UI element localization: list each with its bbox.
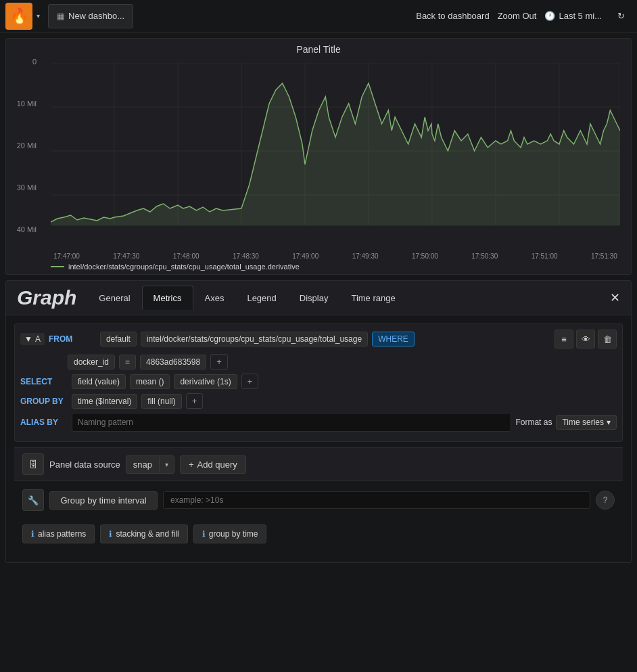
help-button[interactable]: ? bbox=[596, 491, 615, 510]
group-by-time-button[interactable]: ℹ group by time bbox=[193, 524, 267, 543]
y-label-40mil: 40 Mil bbox=[6, 225, 37, 233]
select-derivative-pill[interactable]: derivative (1s) bbox=[174, 374, 237, 389]
tab-general[interactable]: General bbox=[87, 286, 141, 310]
tab-metrics[interactable]: Metrics bbox=[142, 286, 193, 310]
alias-patterns-button[interactable]: ℹ alias patterns bbox=[22, 524, 95, 543]
group-interval-label: Group by time interval bbox=[49, 491, 158, 510]
groupby-add-button[interactable]: + bbox=[186, 393, 204, 409]
info-icon-groupby: ℹ bbox=[202, 529, 206, 539]
menu-icon: ≡ bbox=[561, 334, 567, 344]
x-label-0: 17:47:00 bbox=[53, 252, 80, 260]
select-mean-pill[interactable]: mean () bbox=[130, 374, 170, 389]
topnav: 🔥 ▾ ▦ New dashbo... Back to dashboard Zo… bbox=[0, 0, 637, 32]
query-row-a: ▼ A FROM default intel/docker/stats/cgro… bbox=[14, 323, 623, 442]
format-as-wrap: Format as Time series ▾ bbox=[515, 415, 617, 430]
chart-graphic bbox=[51, 63, 620, 239]
info-icon-stacking: ℹ bbox=[109, 529, 112, 539]
stacking-fill-label: stacking & and fill bbox=[116, 529, 179, 539]
x-label-7: 17:50:30 bbox=[471, 252, 498, 260]
bottom-toolbar: 🗄 Panel data source snap ▾ + Add query bbox=[14, 447, 623, 480]
groupby-line: GROUP BY time ($interval) fill (null) + bbox=[20, 393, 617, 409]
graph-editor-title: Graph bbox=[11, 281, 87, 315]
x-label-2: 17:48:00 bbox=[173, 252, 199, 260]
panel-area: Panel Title 40 Mil 30 Mil 20 Mil 10 Mil … bbox=[5, 38, 632, 275]
where-keyword-pill[interactable]: WHERE bbox=[372, 332, 415, 346]
dashboard-tab-icon: ▦ bbox=[57, 12, 64, 21]
time-range-label: Last 5 mi... bbox=[559, 11, 602, 21]
logo-dropdown-icon[interactable]: ▾ bbox=[37, 12, 40, 20]
y-label-30mil: 30 Mil bbox=[6, 183, 37, 192]
groupby-fill-pill[interactable]: fill (null) bbox=[141, 394, 181, 409]
help-icon: ? bbox=[603, 495, 608, 505]
where-val-pill[interactable]: 4863ad683598 bbox=[140, 355, 206, 369]
tab-axes[interactable]: Axes bbox=[193, 286, 236, 310]
zoom-out-button[interactable]: Zoom Out bbox=[498, 11, 537, 21]
from-keyword: FROM bbox=[49, 334, 96, 344]
eye-icon: 👁 bbox=[582, 334, 590, 344]
from-source-pill[interactable]: default bbox=[100, 332, 137, 346]
where-add-button[interactable]: + bbox=[210, 354, 228, 369]
alias-input-wrap[interactable] bbox=[72, 413, 511, 432]
alias-patterns-label: alias patterns bbox=[38, 529, 86, 539]
snap-select[interactable]: snap ▾ bbox=[126, 455, 174, 474]
groupby-keyword: GROUP BY bbox=[20, 397, 68, 406]
where-key-pill[interactable]: docker_id bbox=[68, 355, 115, 369]
group-interval-input[interactable] bbox=[163, 491, 590, 509]
from-metric-pill[interactable]: intel/docker/stats/cgroups/cpu_stats/cpu… bbox=[141, 332, 368, 346]
refresh-icon: ↻ bbox=[617, 11, 625, 21]
query-header: ▼ A FROM default intel/docker/stats/cgro… bbox=[20, 330, 617, 349]
tab-legend[interactable]: Legend bbox=[235, 286, 287, 310]
panel-title: Panel Title bbox=[6, 39, 631, 58]
stacking-fill-button[interactable]: ℹ stacking & and fill bbox=[100, 524, 187, 543]
select-field-pill[interactable]: field (value) bbox=[72, 374, 126, 389]
tab-display[interactable]: Display bbox=[288, 286, 340, 310]
format-as-chevron: ▾ bbox=[607, 418, 611, 427]
logo-button[interactable]: 🔥 bbox=[5, 3, 32, 30]
clock-icon: 🕐 bbox=[544, 11, 555, 21]
chart-legend: intel/docker/stats/cgroups/cpu_stats/cpu… bbox=[51, 260, 620, 273]
time-range-button[interactable]: 🕐 Last 5 mi... bbox=[544, 11, 602, 21]
data-source-label: Panel data source bbox=[49, 460, 120, 470]
query-visibility-button[interactable]: 👁 bbox=[576, 330, 595, 349]
query-menu-button[interactable]: ≡ bbox=[555, 330, 573, 349]
database-icon-button[interactable]: 🗄 bbox=[22, 453, 44, 475]
x-label-5: 17:49:30 bbox=[352, 252, 379, 260]
add-query-label: Add query bbox=[197, 460, 237, 470]
x-label-4: 17:49:00 bbox=[292, 252, 318, 260]
dashboard-tab-label: New dashbo... bbox=[68, 11, 124, 21]
x-label-6: 17:50:00 bbox=[412, 252, 438, 260]
select-add-button[interactable]: + bbox=[241, 374, 259, 389]
query-letter-badge[interactable]: ▼ A bbox=[20, 333, 45, 345]
info-buttons-row: ℹ alias patterns ℹ stacking & and fill ℹ… bbox=[14, 519, 623, 554]
snap-chevron-icon[interactable]: ▾ bbox=[159, 457, 174, 472]
y-label-0: 0 bbox=[6, 58, 37, 66]
refresh-button[interactable]: ↻ bbox=[610, 5, 632, 27]
info-icon-alias: ℹ bbox=[31, 529, 34, 539]
format-as-value: Time series bbox=[562, 418, 604, 427]
chart-svg-area bbox=[51, 63, 620, 252]
where-op-pill[interactable]: = bbox=[119, 355, 136, 369]
add-query-button[interactable]: + Add query bbox=[180, 455, 246, 474]
add-query-plus-icon: + bbox=[189, 460, 194, 470]
x-label-3: 17:48:30 bbox=[233, 252, 259, 260]
metrics-body: ▼ A FROM default intel/docker/stats/cgro… bbox=[6, 315, 631, 562]
x-label-1: 17:47:30 bbox=[113, 252, 139, 260]
format-as-label: Format as bbox=[515, 418, 552, 427]
wrench-icon: 🔧 bbox=[28, 495, 39, 506]
back-to-dashboard-link[interactable]: Back to dashboard bbox=[416, 11, 489, 21]
legend-color-line bbox=[51, 266, 64, 267]
group-by-time-label: group by time bbox=[209, 529, 258, 539]
format-as-select[interactable]: Time series ▾ bbox=[556, 415, 617, 430]
chevron-down-icon: ▼ bbox=[24, 334, 32, 344]
graph-editor: Graph General Metrics Axes Legend Displa… bbox=[5, 280, 632, 563]
topnav-right: Back to dashboard Zoom Out 🕐 Last 5 mi..… bbox=[416, 5, 632, 27]
x-axis: 17:47:00 17:47:30 17:48:00 17:48:30 17:4… bbox=[51, 252, 620, 260]
close-editor-button[interactable]: ✕ bbox=[605, 285, 626, 311]
wrench-button[interactable]: 🔧 bbox=[22, 489, 44, 511]
dashboard-tab[interactable]: ▦ New dashbo... bbox=[48, 4, 133, 28]
groupby-time-pill[interactable]: time ($interval) bbox=[72, 394, 137, 409]
alias-input[interactable] bbox=[78, 416, 179, 429]
query-letter-label: A bbox=[35, 334, 41, 344]
query-delete-button[interactable]: 🗑 bbox=[598, 330, 617, 349]
tab-time-range[interactable]: Time range bbox=[339, 286, 406, 310]
